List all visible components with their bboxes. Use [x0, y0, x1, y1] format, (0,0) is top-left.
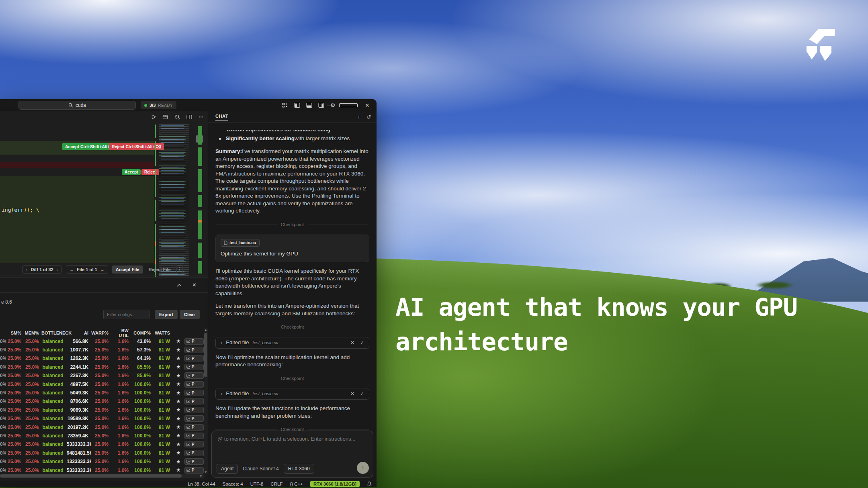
edited-file-card[interactable]: › Edited file test_basic.cu ✕✓ — [215, 388, 369, 400]
table-row[interactable]: 0% 25.0% 25.0% balanced 4897.5K 25.0% 1.… — [0, 380, 204, 388]
col-warp[interactable]: WARP% — [91, 331, 111, 335]
col-mem[interactable]: MEM% — [24, 331, 41, 335]
profile-button[interactable]: P — [184, 338, 204, 345]
reject-small-button[interactable]: Reject — [141, 169, 159, 175]
profile-button[interactable]: P — [184, 467, 204, 474]
package-icon[interactable] — [162, 114, 168, 120]
star-icon[interactable]: ★ — [172, 407, 184, 412]
table-row[interactable]: 0% 25.0% 25.0% balanced 1007.7K 25.0% 1.… — [0, 345, 204, 354]
table-row[interactable]: 0% 25.0% 25.0% balanced 20197.2K 25.0% 1… — [0, 423, 204, 431]
next-file-icon[interactable]: → — [100, 267, 104, 272]
profile-button[interactable]: P — [184, 347, 204, 353]
prev-diff-icon[interactable]: ↑ — [26, 267, 28, 272]
language-mode[interactable]: {} C++ — [290, 482, 303, 486]
notifications-bell-icon[interactable] — [367, 481, 372, 486]
table-row[interactable]: 0% 25.0% 25.0% balanced 2267.3K 25.0% 1.… — [0, 372, 204, 380]
accept-file-button[interactable]: Accept File — [112, 265, 143, 274]
profile-button[interactable]: P — [184, 415, 204, 422]
star-icon[interactable]: ★ — [172, 416, 184, 421]
close-button[interactable]: ✕ — [358, 99, 377, 111]
clear-button[interactable]: Clear — [180, 310, 200, 319]
export-button[interactable]: Export — [155, 310, 178, 319]
history-icon[interactable]: ↺ — [366, 114, 371, 120]
panel-left-icon[interactable] — [294, 102, 300, 108]
maximize-button[interactable] — [339, 99, 358, 111]
vertical-scrollbar[interactable]: ▲▼ — [204, 328, 208, 474]
tab-chat[interactable]: CHAT — [215, 114, 228, 121]
table-row[interactable]: 0% 25.0% 25.0% balanced 19589.8K 25.0% 1… — [0, 414, 204, 423]
star-icon[interactable]: ★ — [172, 459, 184, 464]
chat-input-box[interactable]: Agent Claude Sonnet 4 RTX 3060 ↑ — [211, 431, 373, 478]
star-icon[interactable]: ★ — [172, 425, 184, 430]
profile-button[interactable]: P — [184, 390, 204, 396]
star-icon[interactable]: ★ — [172, 373, 184, 378]
profile-button[interactable]: P — [184, 381, 204, 388]
star-icon[interactable]: ★ — [172, 339, 184, 344]
col-sm[interactable]: SM% — [6, 331, 24, 335]
edited-file-card[interactable]: › Edited file test_basic.cu ✕✓ — [215, 337, 369, 349]
table-row[interactable]: 0% 25.0% 25.0% balanced 1262.3K 25.0% 1.… — [0, 354, 204, 363]
profile-button[interactable]: P — [184, 433, 204, 439]
model-selector[interactable]: Claude Sonnet 4 — [243, 466, 278, 472]
col-watts[interactable]: WATTS — [153, 331, 172, 335]
star-icon[interactable]: ★ — [172, 347, 184, 353]
minimap[interactable] — [158, 125, 195, 278]
table-row[interactable]: 0% 25.0% 25.0% balanced 9069.3K 25.0% 1.… — [0, 406, 204, 414]
diff-nav-group[interactable]: ↑ Diff 1 of 32 ↓ — [22, 265, 62, 274]
agent-mode-button[interactable]: Agent — [217, 464, 238, 474]
chat-input-field[interactable] — [212, 431, 373, 459]
ready-badge[interactable]: 3/3 READY — [141, 101, 176, 109]
star-icon[interactable]: ★ — [172, 442, 184, 447]
discard-edit-icon[interactable]: ✕ — [350, 339, 354, 347]
accept-diff-button[interactable]: Accept Ctrl+Shift+Alt+↵ — [62, 143, 117, 150]
table-row[interactable]: 0% 25.0% 25.0% balanced 78359.4K 25.0% 1… — [0, 431, 204, 440]
profile-button[interactable]: P — [184, 364, 204, 370]
command-search[interactable]: cuda — [18, 101, 136, 110]
profile-button[interactable]: P — [184, 458, 204, 465]
gpu-target-button[interactable]: RTX 3060 — [284, 464, 314, 474]
chevron-right-icon[interactable]: › — [221, 390, 222, 398]
minimize-button[interactable]: — — [320, 99, 339, 111]
keep-edit-icon[interactable]: ✓ — [360, 339, 364, 347]
star-icon[interactable]: ★ — [172, 450, 184, 455]
star-icon[interactable]: ★ — [172, 390, 184, 396]
diff-more-options-icon[interactable]: ⋮ — [176, 265, 183, 274]
star-icon[interactable]: ★ — [172, 468, 184, 473]
profile-button[interactable]: P — [184, 424, 204, 431]
col-ai[interactable]: AI — [67, 331, 91, 335]
encoding[interactable]: UTF-8 — [250, 482, 264, 486]
collapse-panel-icon[interactable] — [177, 284, 182, 287]
star-icon[interactable]: ★ — [172, 433, 184, 438]
file-chip[interactable]: test_basic.cu — [221, 239, 260, 247]
accept-small-button[interactable]: Accept — [122, 169, 141, 175]
star-icon[interactable]: ★ — [172, 356, 184, 361]
reject-file-button[interactable]: Reject File — [147, 267, 172, 272]
customize-layout-icon[interactable] — [282, 102, 288, 108]
file-nav-group[interactable]: ← File 1 of 1 → — [66, 265, 108, 274]
keep-edit-icon[interactable]: ✓ — [360, 390, 364, 398]
table-row[interactable]: 0% 25.0% 25.0% balanced 5333333.3K 25.0%… — [0, 466, 204, 474]
table-row[interactable]: 0% 25.0% 25.0% balanced 5333333.3K 25.0%… — [0, 440, 204, 449]
send-button[interactable]: ↑ — [357, 462, 369, 474]
col-comp[interactable]: COMP% — [131, 331, 153, 335]
profile-button[interactable]: P — [184, 441, 204, 447]
col-bottleneck[interactable]: BOTTLENECK — [41, 331, 67, 335]
git-compare-icon[interactable] — [174, 114, 180, 120]
split-editor-icon[interactable] — [186, 114, 192, 120]
next-diff-icon[interactable]: ↓ — [56, 267, 59, 272]
run-icon[interactable] — [151, 114, 156, 119]
more-actions-icon[interactable]: ⋯ — [199, 114, 203, 120]
table-row[interactable]: 0% 25.0% 25.0% balanced 1333333.3K 25.0%… — [0, 457, 204, 466]
eol-sequence[interactable]: CRLF — [270, 482, 283, 486]
prev-file-icon[interactable]: ← — [70, 267, 74, 272]
cursor-position[interactable]: Ln 38, Col 44 — [188, 482, 215, 486]
profile-button[interactable]: P — [184, 372, 204, 379]
horizontal-scrollbar[interactable]: ► — [0, 474, 204, 478]
chat-messages[interactable]: overall improvements for standard tiling… — [208, 123, 377, 480]
discard-edit-icon[interactable]: ✕ — [350, 390, 354, 398]
gpu-status-badge[interactable]: RTX 3060 [1.8/12GB] — [310, 481, 360, 487]
profile-button[interactable]: P — [184, 398, 204, 404]
col-bw[interactable]: BW UTIL — [111, 328, 131, 338]
table-row[interactable]: 0% 25.0% 25.0% balanced 5049.3K 25.0% 1.… — [0, 388, 204, 397]
profile-button[interactable]: P — [184, 355, 204, 361]
